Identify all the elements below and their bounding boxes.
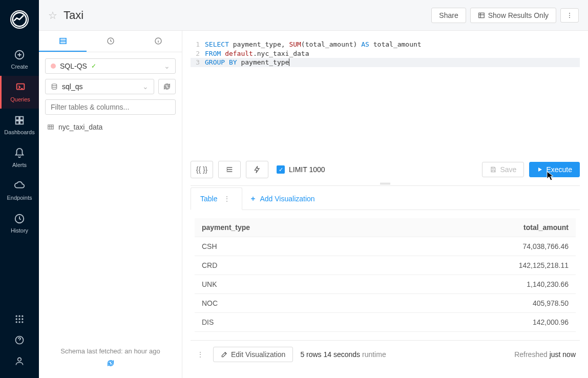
- app-logo-icon[interactable]: [10, 10, 29, 29]
- nav-endpoints[interactable]: Endpoints: [0, 174, 39, 207]
- refresh-icon: [107, 359, 115, 367]
- svg-point-18: [18, 358, 22, 361]
- cell-payment-type: CRD: [195, 256, 383, 275]
- table-icon: [47, 123, 54, 131]
- nav-create[interactable]: Create: [0, 43, 39, 76]
- refreshed-label: Refreshed: [514, 350, 548, 359]
- database-icon: [51, 83, 58, 90]
- table-row[interactable]: NOC405,978.50: [195, 294, 576, 313]
- favorite-star-icon[interactable]: ☆: [48, 9, 57, 22]
- svg-rect-5: [16, 121, 19, 124]
- page-title: Taxi: [64, 9, 83, 22]
- sql-editor[interactable]: 1SELECT payment_type, SUM(total_amount) …: [191, 40, 580, 156]
- table-name: nyc_taxi_data: [58, 123, 102, 131]
- cell-payment-type: UNK: [195, 275, 383, 294]
- svg-rect-6: [20, 121, 23, 124]
- refresh-schema-button[interactable]: [158, 79, 176, 94]
- vertical-dots-icon: [566, 12, 573, 19]
- svg-point-10: [22, 316, 23, 317]
- table-row[interactable]: UNK1,140,230.66: [195, 275, 576, 294]
- show-results-only-button[interactable]: Show Results Only: [470, 8, 556, 23]
- cell-payment-type: NOC: [195, 294, 383, 313]
- refresh-schema-link[interactable]: [39, 359, 182, 369]
- svg-rect-3: [16, 117, 19, 120]
- tab-menu-button[interactable]: ⋮: [221, 195, 233, 203]
- editor-toolbar: {{ }} ✓ LIMIT 1000 Save Execute: [191, 156, 580, 186]
- column-header[interactable]: total_amount: [383, 218, 576, 237]
- status-dot-icon: [51, 64, 56, 69]
- autocomplete-button[interactable]: [246, 161, 268, 178]
- refreshed-when: just now: [550, 350, 576, 359]
- results-table-wrap: payment_type total_amount CSH74,038,766.…: [191, 210, 580, 340]
- svg-point-15: [18, 321, 20, 323]
- svg-point-16: [22, 321, 23, 323]
- database-name: sql_qs: [62, 82, 82, 91]
- nav-queries[interactable]: Queries: [0, 76, 39, 109]
- format-button[interactable]: [218, 161, 241, 178]
- page-header: ☆ Taxi Share Show Results Only: [39, 0, 588, 31]
- svg-point-14: [16, 321, 17, 323]
- cell-total-amount: 405,978.50: [383, 294, 576, 313]
- user-icon[interactable]: [14, 356, 25, 368]
- edit-icon: [221, 351, 228, 358]
- add-visualization-button[interactable]: ＋ Add Visualization: [242, 194, 322, 203]
- schema-status: Schema last fetched: an hour ago: [39, 347, 182, 355]
- params-button[interactable]: {{ }}: [191, 161, 213, 178]
- runtime-suffix: runtime: [362, 350, 386, 359]
- table-icon: [478, 12, 485, 19]
- svg-point-12: [18, 318, 20, 320]
- svg-point-13: [22, 318, 23, 320]
- svg-point-8: [16, 316, 17, 317]
- nav-alerts[interactable]: Alerts: [0, 141, 39, 174]
- row-count: 5 rows: [300, 350, 321, 359]
- table-row[interactable]: CRD142,125,218.11: [195, 256, 576, 275]
- history-tab[interactable]: [87, 31, 134, 52]
- apps-icon[interactable]: [14, 314, 25, 326]
- more-menu-button[interactable]: [560, 8, 579, 23]
- info-icon: [154, 36, 163, 46]
- nav-create-label: Create: [11, 64, 28, 70]
- footer-menu-button[interactable]: ⋮: [195, 350, 206, 359]
- nav-dashboards-label: Dashboards: [4, 129, 34, 135]
- svg-rect-19: [478, 13, 484, 17]
- svg-point-20: [569, 13, 570, 14]
- runtime: 14 seconds: [324, 350, 361, 359]
- list-icon: [58, 36, 68, 46]
- execute-button[interactable]: Execute: [529, 162, 580, 177]
- cell-total-amount: 1,140,230.66: [383, 275, 576, 294]
- nav-endpoints-label: Endpoints: [7, 195, 32, 201]
- nav-queries-label: Queries: [10, 96, 30, 102]
- results-footer: ⋮ Edit Visualization 5 rows 14 seconds r…: [191, 340, 580, 368]
- table-header-row: payment_type total_amount: [195, 218, 576, 237]
- schema-panel: SQL-QS ✓ ⌄ sql_qs ⌄ nyc_taxi_data Schema…: [39, 31, 182, 378]
- nav-rail: Create Queries Dashboards Alerts Endpoin…: [0, 0, 39, 378]
- datasource-select[interactable]: SQL-QS ✓ ⌄: [45, 58, 176, 74]
- table-row[interactable]: DIS142,000.96: [195, 313, 576, 332]
- table-item[interactable]: nyc_taxi_data: [45, 120, 176, 134]
- tab-table[interactable]: Table ⋮: [191, 187, 242, 210]
- svg-point-22: [569, 17, 570, 18]
- info-tab[interactable]: [134, 31, 182, 52]
- nav-history[interactable]: History: [0, 207, 39, 240]
- limit-checkbox[interactable]: ✓ LIMIT 1000: [277, 165, 325, 174]
- database-select[interactable]: sql_qs ⌄: [45, 79, 154, 94]
- svg-point-21: [569, 15, 570, 16]
- save-button[interactable]: Save: [482, 162, 524, 177]
- resize-handle[interactable]: [191, 183, 580, 184]
- cell-total-amount: 142,000.96: [383, 313, 576, 332]
- help-icon[interactable]: [14, 335, 25, 347]
- check-icon: ✓: [91, 62, 96, 70]
- column-header[interactable]: payment_type: [195, 218, 383, 237]
- results-tabs: Table ⋮ ＋ Add Visualization: [191, 187, 580, 210]
- svg-rect-4: [20, 117, 23, 120]
- results-table: payment_type total_amount CSH74,038,766.…: [195, 218, 576, 332]
- nav-dashboards[interactable]: Dashboards: [0, 109, 39, 141]
- filter-tables-input[interactable]: [45, 99, 176, 115]
- svg-point-26: [52, 84, 56, 86]
- share-button[interactable]: Share: [431, 8, 466, 23]
- schema-tab[interactable]: [39, 31, 87, 52]
- cell-total-amount: 142,125,218.11: [383, 256, 576, 275]
- table-row[interactable]: CSH74,038,766.46: [195, 237, 576, 256]
- svg-rect-23: [60, 38, 66, 44]
- edit-visualization-button[interactable]: Edit Visualization: [213, 347, 293, 362]
